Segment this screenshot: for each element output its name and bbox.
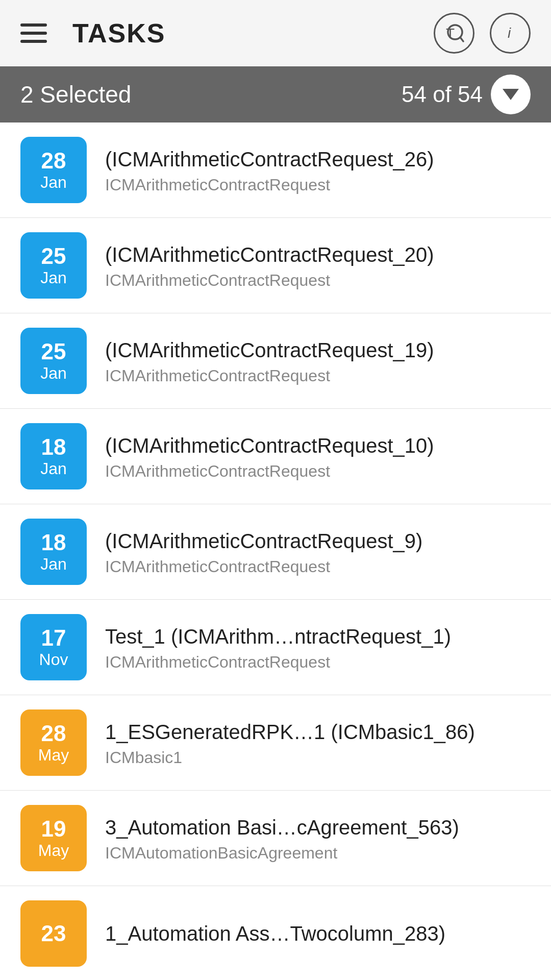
task-info: 3_Automation Basi…cAgreement_563)ICMAuto…	[105, 814, 531, 863]
date-day: 18	[41, 435, 66, 459]
task-item[interactable]: 17NovTest_1 (ICMArithm…ntractRequest_1)I…	[0, 600, 551, 695]
date-badge: 28May	[20, 709, 87, 776]
task-subtitle: ICMArithmeticContractRequest	[105, 462, 531, 481]
task-subtitle: ICMArithmeticContractRequest	[105, 176, 531, 194]
task-item[interactable]: 18Jan(ICMArithmeticContractRequest_10)IC…	[0, 409, 551, 504]
pagination-area: 54 of 54	[402, 75, 531, 114]
date-month: Nov	[39, 651, 68, 669]
task-info: (ICMArithmeticContractRequest_20)ICMArit…	[105, 241, 531, 290]
task-info: (ICMArithmeticContractRequest_10)ICMArit…	[105, 432, 531, 481]
date-month: Jan	[40, 269, 67, 287]
date-month: Jan	[40, 174, 67, 191]
date-day: 17	[41, 626, 66, 650]
search-icon[interactable]: T	[434, 13, 474, 54]
task-title: (ICMArithmeticContractRequest_26)	[105, 146, 531, 173]
info-icon[interactable]: i	[490, 13, 531, 54]
task-title: (ICMArithmeticContractRequest_10)	[105, 432, 531, 459]
date-day: 18	[41, 530, 66, 555]
date-badge: 23	[20, 900, 87, 967]
menu-button[interactable]	[20, 23, 47, 43]
task-item[interactable]: 19May3_Automation Basi…cAgreement_563)IC…	[0, 791, 551, 886]
task-info: (ICMArithmeticContractRequest_26)ICMArit…	[105, 146, 531, 194]
task-subtitle: ICMArithmeticContractRequest	[105, 271, 531, 290]
date-day: 19	[41, 817, 66, 841]
task-info: (ICMArithmeticContractRequest_9)ICMArith…	[105, 528, 531, 576]
selection-bar: 2 Selected 54 of 54	[0, 66, 551, 122]
header-left: TASKS	[20, 18, 165, 48]
date-month: Jan	[40, 364, 67, 382]
date-day: 23	[41, 921, 66, 946]
task-item[interactable]: 28Jan(ICMArithmeticContractRequest_26)IC…	[0, 122, 551, 218]
date-badge: 25Jan	[20, 328, 87, 394]
task-info: 1_Automation Ass…Twocolumn_283)	[105, 920, 531, 947]
date-month: Jan	[40, 555, 67, 573]
date-day: 28	[41, 721, 66, 746]
header-right: T i	[434, 13, 531, 54]
date-month: May	[38, 842, 69, 860]
task-item[interactable]: 28May1_ESGeneratedRPK…1 (ICMbasic1_86)IC…	[0, 695, 551, 791]
task-title: (ICMArithmeticContractRequest_19)	[105, 337, 531, 363]
date-badge: 18Jan	[20, 519, 87, 585]
svg-text:i: i	[508, 25, 511, 41]
task-subtitle: ICMAutomationBasicAgreement	[105, 844, 531, 863]
task-title: 1_ESGeneratedRPK…1 (ICMbasic1_86)	[105, 719, 531, 745]
task-title: 3_Automation Basi…cAgreement_563)	[105, 814, 531, 841]
date-month: Jan	[40, 460, 67, 478]
task-info: (ICMArithmeticContractRequest_19)ICMArit…	[105, 337, 531, 385]
task-item[interactable]: 25Jan(ICMArithmeticContractRequest_19)IC…	[0, 313, 551, 409]
task-info: 1_ESGeneratedRPK…1 (ICMbasic1_86)ICMbasi…	[105, 719, 531, 767]
page-title: TASKS	[72, 18, 165, 48]
selected-count: 2 Selected	[20, 81, 131, 108]
dropdown-button[interactable]	[491, 75, 531, 114]
date-badge: 28Jan	[20, 137, 87, 203]
task-subtitle: ICMArithmeticContractRequest	[105, 653, 531, 672]
task-item[interactable]: 25Jan(ICMArithmeticContractRequest_20)IC…	[0, 218, 551, 313]
task-subtitle: ICMArithmeticContractRequest	[105, 366, 531, 385]
date-day: 25	[41, 244, 66, 268]
date-month: May	[38, 746, 69, 764]
task-item[interactable]: 18Jan(ICMArithmeticContractRequest_9)ICM…	[0, 504, 551, 600]
task-title: 1_Automation Ass…Twocolumn_283)	[105, 920, 531, 947]
task-item[interactable]: 231_Automation Ass…Twocolumn_283)	[0, 886, 551, 980]
date-day: 25	[41, 339, 66, 364]
header: TASKS T i	[0, 0, 551, 66]
task-list: 28Jan(ICMArithmeticContractRequest_26)IC…	[0, 122, 551, 980]
svg-line-2	[460, 37, 463, 41]
task-subtitle: ICMArithmeticContractRequest	[105, 557, 531, 576]
date-day: 28	[41, 149, 66, 173]
task-title: (ICMArithmeticContractRequest_20)	[105, 241, 531, 268]
task-title: (ICMArithmeticContractRequest_9)	[105, 528, 531, 554]
pagination-text: 54 of 54	[402, 82, 483, 107]
task-title: Test_1 (ICMArithm…ntractRequest_1)	[105, 623, 531, 650]
date-badge: 18Jan	[20, 423, 87, 489]
task-info: Test_1 (ICMArithm…ntractRequest_1)ICMAri…	[105, 623, 531, 672]
task-subtitle: ICMbasic1	[105, 748, 531, 767]
date-badge: 25Jan	[20, 232, 87, 299]
date-badge: 17Nov	[20, 614, 87, 680]
date-badge: 19May	[20, 805, 87, 871]
